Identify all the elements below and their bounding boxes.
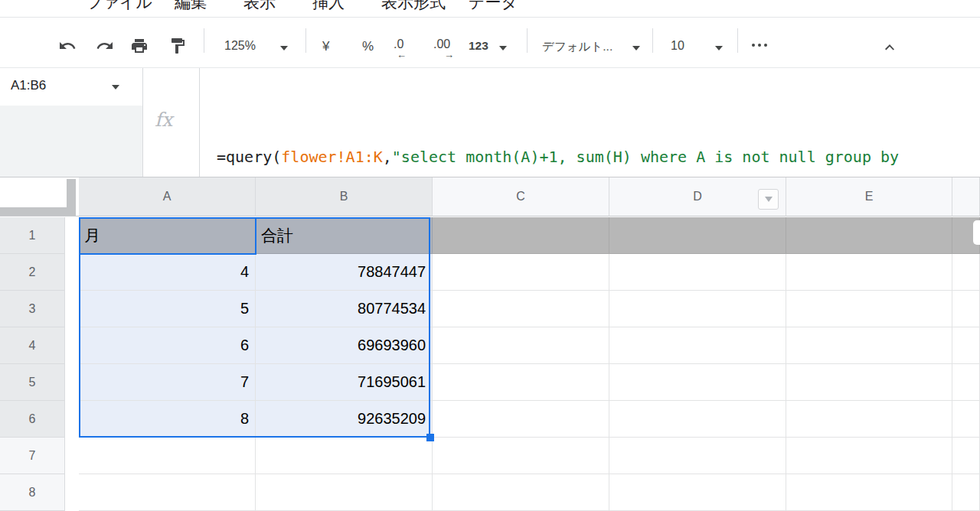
formula-line-1[interactable]: =query(flower!A1:K,"select month(A)+1, s…: [217, 148, 899, 166]
cell-B6[interactable]: 92635209: [256, 401, 433, 438]
fill-handle[interactable]: [426, 434, 434, 441]
cell-A2[interactable]: 4: [79, 254, 256, 291]
cell-B4[interactable]: 69693960: [256, 327, 433, 364]
cell-A6[interactable]: 8: [79, 401, 256, 438]
cell-E5[interactable]: [786, 364, 952, 401]
chevron-down-icon: [499, 46, 507, 50]
cell-E1[interactable]: [786, 217, 952, 254]
row-header-6[interactable]: 6: [0, 401, 65, 438]
row-header-3[interactable]: 3: [0, 291, 65, 327]
cell-F2[interactable]: [952, 254, 980, 291]
cell-A7[interactable]: [79, 438, 256, 474]
more-options-icon[interactable]: [752, 44, 767, 47]
cell-E7[interactable]: [786, 438, 952, 474]
cell-D7[interactable]: [609, 438, 786, 474]
cell-C6[interactable]: [433, 401, 609, 438]
font-size-label: 10: [671, 39, 684, 53]
menu-item[interactable]: ファイル: [87, 0, 152, 13]
name-box-value: A1:B6: [11, 78, 46, 93]
decrease-decimal-button[interactable]: .0 ←: [394, 36, 420, 59]
column-header-E[interactable]: E: [786, 177, 952, 216]
row-header-8[interactable]: 8: [0, 474, 65, 511]
column-header-A[interactable]: A: [79, 177, 256, 216]
cell-D6[interactable]: [609, 401, 786, 438]
row-header-2[interactable]: 2: [0, 254, 65, 291]
cell-D3[interactable]: [609, 291, 786, 327]
cell-A4[interactable]: 6: [79, 327, 256, 364]
increase-decimal-button[interactable]: .00 →: [433, 36, 459, 59]
chevron-down-icon: [112, 85, 119, 90]
cell-E8[interactable]: [786, 474, 952, 511]
formula-segment: ,: [383, 148, 392, 166]
scrollbar-thumb[interactable]: [973, 220, 980, 245]
cell-F6[interactable]: [952, 401, 980, 438]
cell-D1[interactable]: [609, 217, 786, 254]
dropdown-triangle-icon: [765, 197, 773, 202]
collapse-toolbar-icon[interactable]: [880, 38, 899, 57]
menu-item[interactable]: データ: [469, 0, 518, 13]
cell-B3[interactable]: 80774534: [256, 291, 433, 327]
menu-bar: ファイル編集表示挿入表示形式データ: [0, 0, 980, 18]
cell-B2[interactable]: 78847447: [256, 254, 433, 291]
freeze-row-handle[interactable]: [0, 207, 76, 216]
undo-icon[interactable]: [58, 37, 77, 55]
cell-C2[interactable]: [433, 254, 609, 291]
cell-D5[interactable]: [609, 364, 786, 401]
toolbar-separator: [527, 28, 528, 53]
toolbar-separator: [204, 28, 204, 53]
formula-bar: A1:B6 fx =query(flower!A1:K,"select mont…: [0, 68, 980, 177]
cell-B8[interactable]: [256, 474, 433, 511]
cell-C5[interactable]: [433, 364, 609, 401]
cell-F4[interactable]: [952, 327, 980, 364]
cell-B7[interactable]: [256, 438, 433, 474]
cell-A8[interactable]: [79, 474, 256, 511]
row-header-1[interactable]: 1: [0, 217, 65, 254]
cell-A3[interactable]: 5: [79, 291, 256, 327]
cell-E2[interactable]: [786, 254, 952, 291]
formula-bar-divider: [142, 68, 143, 177]
cell-A5[interactable]: 7: [79, 364, 256, 401]
row-header-7[interactable]: 7: [0, 438, 65, 474]
menu-item[interactable]: 表示形式: [381, 0, 446, 13]
cell-F5[interactable]: [952, 364, 980, 401]
cell-E3[interactable]: [786, 291, 952, 327]
name-box[interactable]: A1:B6: [0, 68, 142, 106]
menu-item[interactable]: 表示: [243, 0, 276, 13]
chevron-down-icon: [280, 46, 288, 50]
percent-format-button[interactable]: %: [362, 39, 374, 54]
chevron-down-icon: [715, 46, 723, 50]
cell-A1[interactable]: 月: [79, 217, 256, 254]
cell-F3[interactable]: [952, 291, 980, 327]
cell-C4[interactable]: [433, 327, 609, 364]
cell-C1[interactable]: [433, 217, 609, 254]
menu-item[interactable]: 挿入: [312, 0, 345, 13]
cell-D2[interactable]: [609, 254, 786, 291]
currency-format-button[interactable]: ¥: [322, 39, 329, 54]
cell-F7[interactable]: [952, 438, 980, 474]
sheets-app: ファイル編集表示挿入表示形式データ 125% ¥ % .0 ← .00 →: [0, 0, 980, 511]
column-d-dropdown-button[interactable]: [758, 189, 779, 210]
row-header-4[interactable]: 4: [0, 327, 65, 364]
cell-D4[interactable]: [609, 327, 786, 364]
formula-segment: "select month(A)+1, sum(H) where A is no…: [392, 148, 899, 166]
column-header-C[interactable]: C: [433, 177, 609, 216]
formula-segment: flower!A1:K: [281, 148, 382, 166]
cell-D8[interactable]: [609, 474, 786, 511]
cell-E6[interactable]: [786, 401, 952, 438]
redo-icon[interactable]: [96, 37, 114, 55]
column-header[interactable]: [952, 177, 980, 216]
cell-C7[interactable]: [433, 438, 609, 474]
cell-C8[interactable]: [433, 474, 609, 511]
cell-C3[interactable]: [433, 291, 609, 327]
cell-E4[interactable]: [786, 327, 952, 364]
paint-format-icon[interactable]: [168, 37, 187, 55]
row-header-5[interactable]: 5: [0, 364, 65, 401]
cell-F8[interactable]: [952, 474, 980, 511]
cell-B1[interactable]: 合計: [256, 217, 433, 254]
column-header-B[interactable]: B: [256, 177, 433, 216]
toolbar-separator: [305, 28, 306, 53]
menu-item[interactable]: 編集: [175, 0, 207, 13]
print-icon[interactable]: [130, 37, 149, 55]
cell-B5[interactable]: 71695061: [256, 364, 433, 401]
freeze-column-handle[interactable]: [67, 179, 76, 208]
